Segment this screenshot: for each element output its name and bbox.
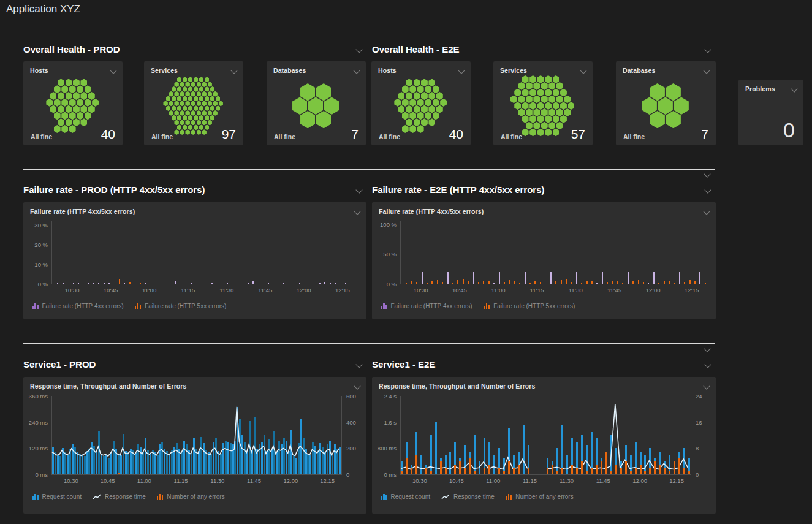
hexagon-cell[interactable]	[402, 85, 409, 93]
hexagon-cell[interactable]	[185, 91, 189, 97]
hexagon-cell[interactable]	[421, 79, 428, 87]
hexagon-cell[interactable]	[210, 86, 214, 92]
hexagon-cell[interactable]	[54, 85, 61, 93]
hexagon-cell[interactable]	[560, 89, 567, 97]
hexagon-cell[interactable]	[66, 118, 72, 126]
hexagon-cell[interactable]	[409, 99, 416, 107]
hexagon-cell[interactable]	[73, 79, 80, 87]
hexagon-cell[interactable]	[191, 120, 195, 126]
hexagon-cell[interactable]	[213, 110, 218, 116]
hexagon-cell[interactable]	[518, 96, 525, 104]
hexagon-cell[interactable]	[194, 77, 198, 82]
hexagon-cell[interactable]	[77, 112, 83, 120]
hexagon-cell[interactable]	[514, 89, 521, 97]
hexagon-cell[interactable]	[61, 99, 68, 107]
problems-tile[interactable]: Problems 0	[738, 80, 803, 145]
chart-tile-failure-prod[interactable]: Failure rate (HTTP 4xx/5xx errors) 0 %10…	[23, 202, 366, 319]
hexagon-cell[interactable]	[80, 105, 87, 113]
hexagon-cell[interactable]	[213, 101, 218, 106]
legend-item[interactable]: Request count	[381, 493, 430, 500]
hexagon-cell[interactable]	[174, 110, 178, 116]
hexagon-cell[interactable]	[180, 120, 184, 126]
chevron-down-icon[interactable]	[355, 186, 362, 193]
hexagon-cell[interactable]	[548, 108, 555, 116]
hexagon-cell[interactable]	[66, 92, 72, 100]
hexagon-cell[interactable]	[529, 75, 536, 83]
hexagon-cell[interactable]	[177, 96, 181, 102]
hexagon-cell[interactable]	[556, 82, 563, 90]
chevron-down-icon[interactable]	[355, 46, 362, 53]
hexagon-cell[interactable]	[58, 105, 64, 113]
hexagon-cell[interactable]	[406, 105, 412, 113]
hexagon-cell[interactable]	[194, 105, 198, 111]
hexagon-cell[interactable]	[421, 92, 428, 100]
hexagon-cell[interactable]	[421, 118, 428, 126]
hexagon-cell[interactable]	[421, 105, 428, 113]
hexagon-cell[interactable]	[545, 75, 552, 83]
hexagon-cell[interactable]	[58, 118, 64, 126]
hexagon-cell[interactable]	[50, 92, 57, 100]
hexagon-cell[interactable]	[69, 99, 76, 107]
hexagon-cell[interactable]	[61, 85, 68, 93]
health-tile-hosts-e2e[interactable]: Hosts All fine40	[371, 61, 471, 145]
hexagon-cell[interactable]	[166, 96, 170, 102]
hexagon-cell[interactable]	[73, 118, 80, 126]
hexagon-cell[interactable]	[180, 101, 184, 106]
hexagon-cell[interactable]	[216, 105, 220, 111]
hexagon-cell[interactable]	[191, 82, 195, 87]
hexagon-cell[interactable]	[556, 108, 563, 116]
hexagon-cell[interactable]	[88, 92, 95, 100]
legend-item[interactable]: Failure rate (HTTP 5xx errors)	[484, 303, 575, 309]
legend-item[interactable]: Number of any errors	[506, 493, 574, 500]
hexagon-cell[interactable]	[533, 108, 540, 116]
hexagon-cell[interactable]	[529, 115, 536, 123]
hexagon-cell[interactable]	[185, 101, 189, 106]
hexagon-cell[interactable]	[522, 115, 529, 123]
hexagon-cell[interactable]	[436, 105, 443, 113]
chevron-down-icon[interactable]	[703, 208, 710, 215]
hexagon-cell[interactable]	[529, 89, 536, 97]
hexagon-cell[interactable]	[73, 105, 80, 113]
hexagon-cell[interactable]	[194, 96, 198, 102]
hexagon-cell[interactable]	[402, 112, 409, 120]
hexagon-cell[interactable]	[199, 86, 203, 92]
hexagon-cell[interactable]	[666, 83, 681, 101]
hexagon-cell[interactable]	[553, 115, 560, 123]
hexagon-cell[interactable]	[66, 79, 72, 87]
hexagon-cell[interactable]	[169, 91, 173, 97]
hexagon-cell[interactable]	[177, 86, 181, 92]
hexagon-cell[interactable]	[409, 85, 416, 93]
hexagon-cell[interactable]	[183, 96, 187, 102]
hexagon-cell[interactable]	[541, 96, 548, 104]
hexagon-cell[interactable]	[514, 102, 521, 110]
hexagon-cell[interactable]	[545, 115, 552, 123]
hexagon-cell[interactable]	[210, 105, 214, 111]
hexagon-cell[interactable]	[205, 77, 209, 82]
hexagon-cell[interactable]	[436, 92, 443, 100]
hexagon-cell[interactable]	[210, 96, 214, 102]
hexagon-cell[interactable]	[199, 105, 203, 111]
hexagon-cell[interactable]	[529, 102, 536, 110]
hexagon-cell[interactable]	[428, 105, 435, 113]
hexagon-cell[interactable]	[202, 91, 207, 97]
hexagon-cell[interactable]	[308, 97, 323, 115]
hexagon-cell[interactable]	[526, 96, 533, 104]
legend-item[interactable]: Failure rate (HTTP 4xx errors)	[381, 303, 472, 309]
hexagon-cell[interactable]	[73, 92, 80, 100]
hexagon-cell[interactable]	[650, 111, 665, 128]
hexagon-cell[interactable]	[188, 105, 192, 111]
hexagon-cell[interactable]	[560, 115, 567, 123]
hexagon-cell[interactable]	[185, 110, 189, 116]
hexagon-cell[interactable]	[174, 91, 178, 97]
hexagon-cell[interactable]	[292, 97, 307, 115]
plot-area[interactable]	[400, 396, 691, 475]
hexagon-cell[interactable]	[199, 96, 203, 102]
hexagon-cell[interactable]	[533, 96, 540, 104]
hexagon-cell[interactable]	[69, 112, 76, 120]
hexagon-cell[interactable]	[80, 92, 87, 100]
hexagon-cell[interactable]	[77, 99, 83, 107]
plot-area[interactable]	[400, 221, 707, 284]
hexagon-cell[interactable]	[522, 75, 529, 83]
chevron-down-icon[interactable]	[704, 170, 710, 177]
hexagon-cell[interactable]	[188, 115, 192, 121]
